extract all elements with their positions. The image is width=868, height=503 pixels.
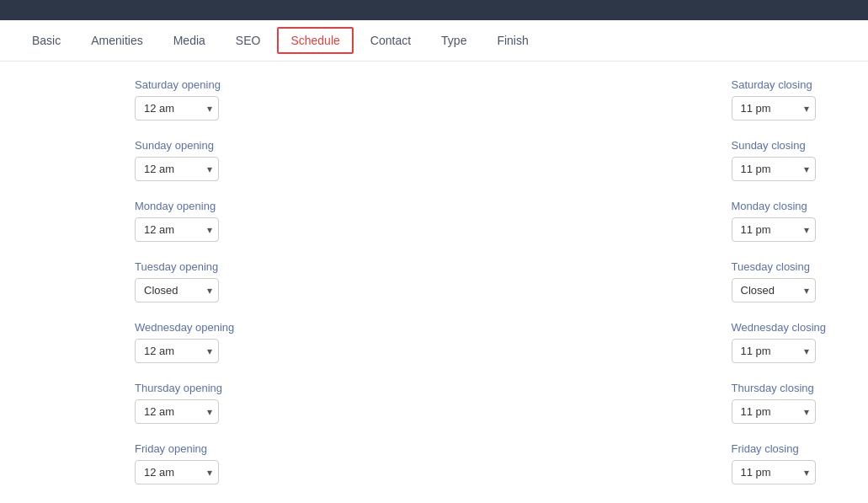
tuesday-closing-select-wrapper: Closed12 am1 am2 am3 am4 am5 am6 am7 am8… xyxy=(732,278,816,302)
friday-closing-label: Friday closing xyxy=(732,442,827,455)
wednesday-closing-group: Wednesday closingClosed12 am1 am2 am3 am… xyxy=(732,321,827,363)
wednesday-closing-select-wrapper: Closed12 am1 am2 am3 am4 am5 am6 am7 am8… xyxy=(732,339,816,363)
tab-type[interactable]: Type xyxy=(426,20,482,61)
opening-column: Saturday openingClosed12 am1 am2 am3 am4… xyxy=(135,78,234,503)
tuesday-opening-label: Tuesday opening xyxy=(135,260,234,273)
friday-opening-select-wrapper: Closed12 am1 am2 am3 am4 am5 am6 am7 am8… xyxy=(135,460,219,484)
wednesday-opening-select-wrapper: Closed12 am1 am2 am3 am4 am5 am6 am7 am8… xyxy=(135,339,219,363)
saturday-closing-group: Saturday closingClosed12 am1 am2 am3 am4… xyxy=(732,78,827,120)
saturday-closing-select[interactable]: Closed12 am1 am2 am3 am4 am5 am6 am7 am8… xyxy=(732,96,816,120)
tab-basic[interactable]: Basic xyxy=(17,20,76,61)
friday-closing-select[interactable]: Closed12 am1 am2 am3 am4 am5 am6 am7 am8… xyxy=(732,460,816,484)
tuesday-opening-select[interactable]: Closed12 am1 am2 am3 am4 am5 am6 am7 am8… xyxy=(135,278,219,302)
sunday-opening-label: Sunday opening xyxy=(135,139,234,152)
thursday-closing-select[interactable]: Closed12 am1 am2 am3 am4 am5 am6 am7 am8… xyxy=(732,399,816,424)
tuesday-closing-group: Tuesday closingClosed12 am1 am2 am3 am4 … xyxy=(732,260,827,302)
tab-finish[interactable]: Finish xyxy=(482,20,543,61)
saturday-closing-select-wrapper: Closed12 am1 am2 am3 am4 am5 am6 am7 am8… xyxy=(732,96,816,120)
tab-schedule[interactable]: Schedule xyxy=(277,27,353,54)
monday-closing-select-wrapper: Closed12 am1 am2 am3 am4 am5 am6 am7 am8… xyxy=(732,217,816,242)
thursday-closing-group: Thursday closingClosed12 am1 am2 am3 am4… xyxy=(732,382,827,424)
sunday-opening-group: Sunday openingClosed12 am1 am2 am3 am4 a… xyxy=(135,139,234,181)
monday-opening-group: Monday openingClosed12 am1 am2 am3 am4 a… xyxy=(135,200,234,242)
friday-closing-select-wrapper: Closed12 am1 am2 am3 am4 am5 am6 am7 am8… xyxy=(732,460,816,484)
thursday-closing-label: Thursday closing xyxy=(732,382,827,394)
thursday-opening-select-wrapper: Closed12 am1 am2 am3 am4 am5 am6 am7 am8… xyxy=(135,399,219,424)
monday-closing-group: Monday closingClosed12 am1 am2 am3 am4 a… xyxy=(732,200,827,242)
tuesday-opening-group: Tuesday openingClosed12 am1 am2 am3 am4 … xyxy=(135,260,234,302)
header xyxy=(0,0,868,20)
tab-media[interactable]: Media xyxy=(158,20,221,61)
tab-contact[interactable]: Contact xyxy=(355,20,426,61)
thursday-closing-select-wrapper: Closed12 am1 am2 am3 am4 am5 am6 am7 am8… xyxy=(732,399,816,424)
saturday-opening-select[interactable]: Closed12 am1 am2 am3 am4 am5 am6 am7 am8… xyxy=(135,96,219,120)
wednesday-closing-label: Wednesday closing xyxy=(732,321,827,334)
saturday-opening-label: Saturday opening xyxy=(135,78,234,91)
saturday-opening-select-wrapper: Closed12 am1 am2 am3 am4 am5 am6 am7 am8… xyxy=(135,96,219,120)
monday-closing-select[interactable]: Closed12 am1 am2 am3 am4 am5 am6 am7 am8… xyxy=(732,217,816,242)
closing-column: Saturday closingClosed12 am1 am2 am3 am4… xyxy=(732,78,827,503)
friday-closing-group: Friday closingClosed12 am1 am2 am3 am4 a… xyxy=(732,442,827,484)
friday-opening-label: Friday opening xyxy=(135,442,234,455)
tuesday-opening-select-wrapper: Closed12 am1 am2 am3 am4 am5 am6 am7 am8… xyxy=(135,278,219,302)
sunday-closing-group: Sunday closingClosed12 am1 am2 am3 am4 a… xyxy=(732,139,827,181)
thursday-opening-select[interactable]: Closed12 am1 am2 am3 am4 am5 am6 am7 am8… xyxy=(135,399,219,424)
sunday-opening-select[interactable]: Closed12 am1 am2 am3 am4 am5 am6 am7 am8… xyxy=(135,157,219,181)
wednesday-closing-select[interactable]: Closed12 am1 am2 am3 am4 am5 am6 am7 am8… xyxy=(732,339,816,363)
sunday-closing-select-wrapper: Closed12 am1 am2 am3 am4 am5 am6 am7 am8… xyxy=(732,157,816,181)
thursday-opening-group: Thursday openingClosed12 am1 am2 am3 am4… xyxy=(135,382,234,424)
wednesday-opening-group: Wednesday openingClosed12 am1 am2 am3 am… xyxy=(135,321,234,363)
friday-opening-select[interactable]: Closed12 am1 am2 am3 am4 am5 am6 am7 am8… xyxy=(135,460,219,484)
tab-amenities[interactable]: Amenities xyxy=(76,20,157,61)
tuesday-closing-select[interactable]: Closed12 am1 am2 am3 am4 am5 am6 am7 am8… xyxy=(732,278,816,302)
tabs-bar: BasicAmenitiesMediaSEOScheduleContactTyp… xyxy=(0,20,868,62)
saturday-opening-group: Saturday openingClosed12 am1 am2 am3 am4… xyxy=(135,78,234,120)
thursday-opening-label: Thursday opening xyxy=(135,382,234,394)
monday-opening-select[interactable]: Closed12 am1 am2 am3 am4 am5 am6 am7 am8… xyxy=(135,217,219,242)
saturday-closing-label: Saturday closing xyxy=(732,78,827,91)
wednesday-opening-label: Wednesday opening xyxy=(135,321,234,334)
monday-opening-label: Monday opening xyxy=(135,200,234,212)
wednesday-opening-select[interactable]: Closed12 am1 am2 am3 am4 am5 am6 am7 am8… xyxy=(135,339,219,363)
sunday-closing-select[interactable]: Closed12 am1 am2 am3 am4 am5 am6 am7 am8… xyxy=(732,157,816,181)
tab-seo[interactable]: SEO xyxy=(221,20,276,61)
friday-opening-group: Friday openingClosed12 am1 am2 am3 am4 a… xyxy=(135,442,234,484)
monday-opening-select-wrapper: Closed12 am1 am2 am3 am4 am5 am6 am7 am8… xyxy=(135,217,219,242)
tuesday-closing-label: Tuesday closing xyxy=(732,260,827,273)
monday-closing-label: Monday closing xyxy=(732,200,827,212)
sunday-opening-select-wrapper: Closed12 am1 am2 am3 am4 am5 am6 am7 am8… xyxy=(135,157,219,181)
schedule-content: Saturday openingClosed12 am1 am2 am3 am4… xyxy=(0,62,868,503)
sunday-closing-label: Sunday closing xyxy=(732,139,827,152)
